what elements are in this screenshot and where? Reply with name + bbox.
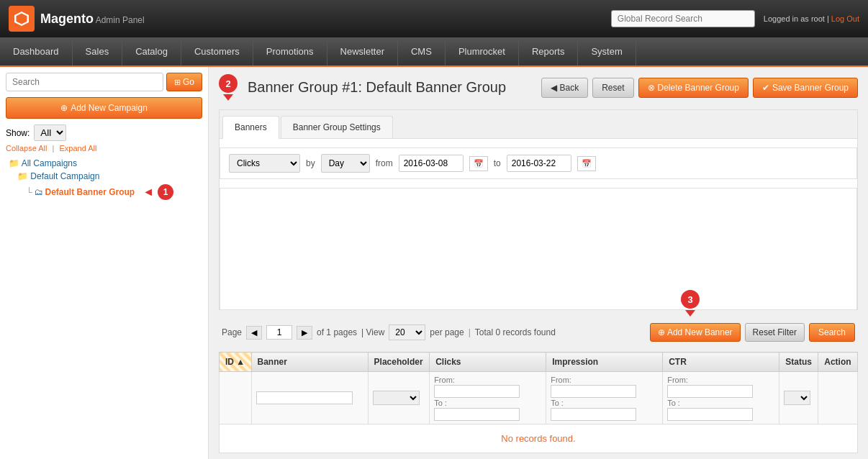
plus-icon: ⊕ (60, 103, 68, 113)
pagination-row: Page ◀ ▶ of 1 pages | View 20 50 100 per… (219, 319, 858, 346)
table-header-impression[interactable]: Impression (546, 353, 663, 372)
nav-item-catalog[interactable]: Catalog (122, 37, 181, 65)
step-1-badge: 1 (158, 184, 173, 200)
nav-item-dashboard[interactable]: Dashboard (0, 37, 73, 65)
arrow-indicator-1: ◄ (143, 186, 154, 199)
to-date-input[interactable] (507, 155, 571, 172)
table-header-placeholder[interactable]: Placeholder (368, 353, 430, 372)
delete-icon: ⊗ (648, 83, 655, 93)
table-header-ctr[interactable]: CTR (663, 353, 779, 372)
action-buttons: ◀ Back Reset ⊗ Delete Banner Group ✔ Sav… (541, 78, 858, 98)
tree-item-all-campaigns[interactable]: 📁 All Campaigns (6, 157, 202, 170)
page-label: Page (222, 327, 242, 337)
table-filter-row: From: To : From: To : From: To (220, 372, 858, 424)
nav-item-newsletter[interactable]: Newsletter (327, 37, 398, 65)
plus-icon-2: ⊕ (658, 327, 665, 337)
impression-from-label: From: (551, 376, 571, 384)
to-label: to (494, 158, 501, 168)
step-3-badge: 3 (681, 290, 700, 309)
placeholder-filter-select[interactable] (373, 391, 420, 405)
ctr-to-label: To : (667, 399, 680, 407)
table-header-banner[interactable]: Banner (251, 353, 368, 372)
reset-filter-button[interactable]: Reset Filter (745, 323, 805, 342)
save-banner-group-button[interactable]: ✔ Save Banner Group (753, 78, 858, 98)
step-2-badge: 2 (219, 74, 238, 93)
clicks-from-input[interactable] (434, 385, 520, 398)
nav-item-customers[interactable]: Customers (181, 37, 253, 65)
banner-icon: 🗂 (35, 187, 43, 197)
collapse-expand: Collapse All | Expand All (6, 144, 202, 153)
back-button[interactable]: ◀ Back (541, 78, 588, 98)
nav-item-promotions[interactable]: Promotions (253, 37, 327, 65)
table-header-clicks[interactable]: Clicks (430, 353, 546, 372)
clicks-to-input[interactable] (434, 408, 520, 421)
global-search-input[interactable] (611, 10, 755, 27)
logo-sub-text: Admin Panel (96, 15, 145, 25)
filter-row: Clicks Impressions CTR by Day Week Month… (220, 147, 857, 179)
folder-icon: 📁 (9, 158, 19, 168)
nav-item-cms[interactable]: CMS (398, 37, 446, 65)
logout-link[interactable]: Log Out (831, 14, 859, 23)
nav-item-plumrocket[interactable]: Plumrocket (446, 37, 519, 65)
view-label: | View (361, 327, 384, 337)
tree-item-default-campaign[interactable]: 📁 Default Campaign (6, 170, 202, 183)
chart-area (220, 188, 857, 310)
from-date-input[interactable] (399, 155, 464, 172)
header: Magento Admin Panel Logged in as root | … (0, 0, 868, 37)
tree-item-default-banner-group[interactable]: └ 🗂 Default Banner Group ◄ 1 (6, 183, 202, 201)
banner-filter-input[interactable] (256, 391, 353, 404)
id-filter-cell (220, 372, 252, 424)
search-input[interactable] (6, 73, 163, 91)
view-per-page-select[interactable]: 20 50 100 (389, 324, 425, 340)
show-filter: Show: All (6, 124, 202, 141)
impression-filter-cell: From: To : (546, 372, 663, 424)
no-records-cell: No records found. (220, 424, 858, 453)
to-calendar-button[interactable]: 📅 (577, 156, 596, 171)
nav-item-system[interactable]: System (578, 37, 636, 65)
last-page-button[interactable]: ▶ (297, 326, 312, 340)
page-number-input[interactable] (266, 325, 292, 340)
header-right: Logged in as root | Log Out (611, 10, 859, 27)
add-new-banner-button[interactable]: ⊕ Add New Banner (650, 323, 741, 342)
banner-filter-cell (251, 372, 368, 424)
banners-table: ID ▲ Banner Placeholder Clicks Impressio… (219, 352, 858, 453)
impression-to-input[interactable] (551, 408, 636, 421)
tab-banner-group-settings[interactable]: Banner Group Settings (281, 116, 393, 138)
tabs: Banners Banner Group Settings (220, 110, 857, 139)
collapse-all-link[interactable]: Collapse All (6, 144, 47, 153)
page-header: 2 Banner Group #1: Default Banner Group … (219, 74, 858, 101)
dash-icon: └ (26, 187, 32, 197)
metric-select[interactable]: Clicks Impressions CTR (229, 154, 300, 173)
show-label: Show: (6, 128, 30, 138)
no-records-row: No records found. (220, 424, 858, 453)
user-info: Logged in as root | Log Out (764, 14, 859, 23)
add-campaign-button[interactable]: ⊕ Add New Campaign (6, 97, 202, 119)
tab-banners[interactable]: Banners (222, 116, 279, 139)
table-icon: ⊞ (174, 78, 181, 87)
delete-banner-group-button[interactable]: ⊗ Delete Banner Group (638, 78, 749, 98)
page-title: Banner Group #1: Default Banner Group (248, 79, 506, 96)
reset-button[interactable]: Reset (592, 78, 633, 98)
ctr-to-input[interactable] (667, 408, 753, 421)
nav-item-sales[interactable]: Sales (73, 37, 123, 65)
go-button[interactable]: ⊞ Go (166, 73, 202, 91)
ctr-from-label: From: (667, 376, 688, 384)
ctr-from-input[interactable] (667, 385, 753, 398)
search-button[interactable]: Search (809, 323, 855, 342)
per-page-label: per page (430, 327, 464, 337)
of-pages-text: of 1 pages (317, 327, 357, 337)
table-header-id[interactable]: ID ▲ (220, 353, 252, 372)
period-select[interactable]: Day Week Month (321, 154, 370, 173)
pagination-left: Page ◀ ▶ of 1 pages | View 20 50 100 per… (222, 324, 556, 340)
first-page-button[interactable]: ◀ (246, 326, 262, 340)
sidebar-search-area: ⊞ Go (6, 73, 202, 91)
expand-all-link[interactable]: Expand All (59, 144, 96, 153)
back-icon: ◀ (551, 83, 557, 93)
clicks-from-label: From: (434, 376, 455, 384)
impression-from-input[interactable] (551, 385, 636, 398)
show-select[interactable]: All (34, 124, 66, 141)
nav-item-reports[interactable]: Reports (519, 37, 579, 65)
from-calendar-button[interactable]: 📅 (469, 156, 488, 171)
status-filter-select[interactable] (784, 391, 810, 405)
table-header-status[interactable]: Status (779, 353, 818, 372)
